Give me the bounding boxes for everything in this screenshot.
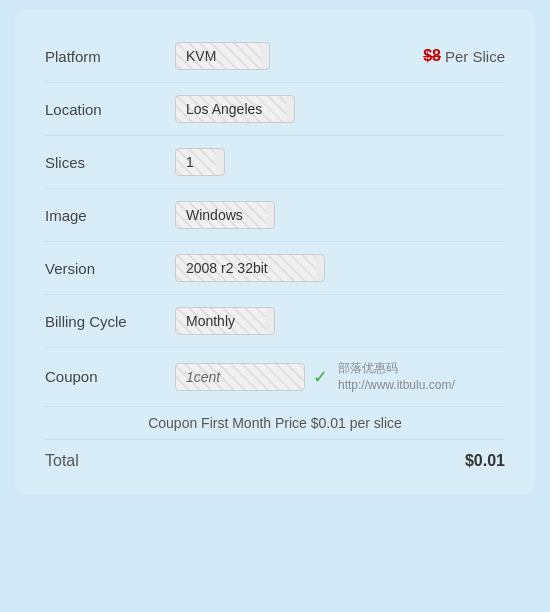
total-value: $0.01 [465, 452, 505, 470]
slices-label: Slices [45, 154, 175, 171]
location-row: Location Los Angeles New York Dallas [45, 83, 505, 136]
version-select-wrap[interactable]: 2008 r2 32bit 2008 r2 64bit 2012 64bit [175, 254, 325, 282]
version-select[interactable]: 2008 r2 32bit 2008 r2 64bit 2012 64bit [175, 254, 325, 282]
image-label: Image [45, 207, 175, 224]
coupon-message: Coupon First Month Price $0.01 per slice [148, 415, 402, 431]
price-area: $8 Per Slice [423, 47, 505, 65]
coupon-field: ✓ 部落优惠码 http://www.itbulu.com/ [175, 360, 505, 394]
location-select[interactable]: Los Angeles New York Dallas [175, 95, 295, 123]
image-field: Windows Linux FreeBSD [175, 201, 505, 229]
version-label: Version [45, 260, 175, 277]
platform-row: Platform KVM OpenVZ Xen $8 Per Slice [45, 30, 505, 83]
slices-field: 1 2 3 4 [175, 148, 505, 176]
platform-label: Platform [45, 48, 175, 65]
location-select-wrap[interactable]: Los Angeles New York Dallas [175, 95, 295, 123]
coupon-input[interactable] [175, 363, 305, 391]
location-field: Los Angeles New York Dallas [175, 95, 505, 123]
platform-select[interactable]: KVM OpenVZ Xen [175, 42, 270, 70]
coupon-row: Coupon ✓ 部落优惠码 http://www.itbulu.com/ [45, 348, 505, 407]
coupon-message-row: Coupon First Month Price $0.01 per slice [45, 407, 505, 435]
pricing-card: Platform KVM OpenVZ Xen $8 Per Slice Loc… [15, 10, 535, 494]
coupon-note-line2: http://www.itbulu.com/ [338, 377, 455, 394]
image-select[interactable]: Windows Linux FreeBSD [175, 201, 275, 229]
image-select-wrap[interactable]: Windows Linux FreeBSD [175, 201, 275, 229]
coupon-note-line1: 部落优惠码 [338, 360, 455, 377]
billing-label: Billing Cycle [45, 313, 175, 330]
slices-select-wrap[interactable]: 1 2 3 4 [175, 148, 225, 176]
location-label: Location [45, 101, 175, 118]
billing-select-wrap[interactable]: Monthly Annually Quarterly [175, 307, 275, 335]
version-row: Version 2008 r2 32bit 2008 r2 64bit 2012… [45, 242, 505, 295]
image-row: Image Windows Linux FreeBSD [45, 189, 505, 242]
billing-select[interactable]: Monthly Annually Quarterly [175, 307, 275, 335]
billing-row: Billing Cycle Monthly Annually Quarterly [45, 295, 505, 348]
platform-field: KVM OpenVZ Xen [175, 42, 423, 70]
platform-select-wrap[interactable]: KVM OpenVZ Xen [175, 42, 270, 70]
billing-field: Monthly Annually Quarterly [175, 307, 505, 335]
slices-row: Slices 1 2 3 4 [45, 136, 505, 189]
per-slice-label: Per Slice [445, 48, 505, 65]
original-price: $8 [423, 47, 441, 65]
total-label: Total [45, 452, 79, 470]
slices-select[interactable]: 1 2 3 4 [175, 148, 225, 176]
checkmark-icon: ✓ [313, 366, 328, 388]
total-row: Total $0.01 [45, 439, 505, 474]
version-field: 2008 r2 32bit 2008 r2 64bit 2012 64bit [175, 254, 505, 282]
coupon-note: 部落优惠码 http://www.itbulu.com/ [338, 360, 455, 394]
coupon-label: Coupon [45, 368, 175, 385]
